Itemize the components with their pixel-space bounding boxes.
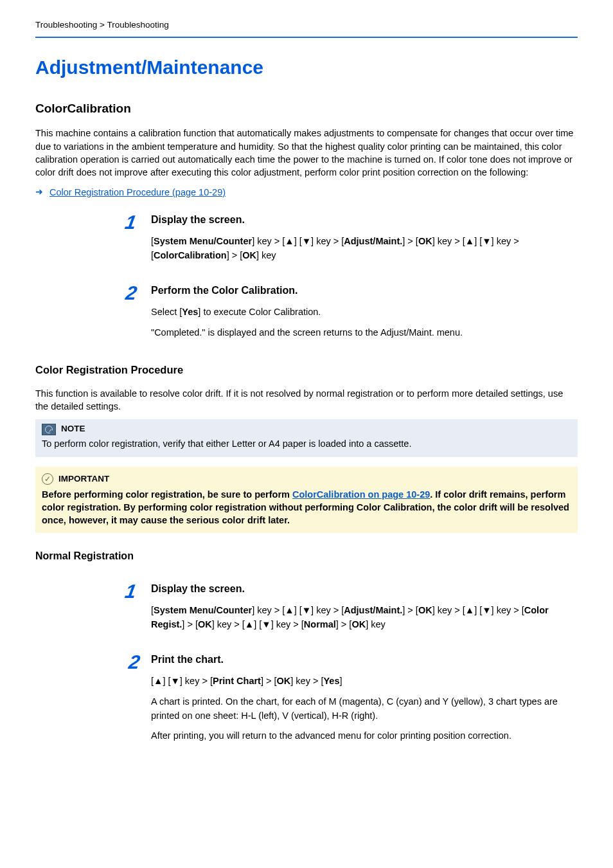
note-box: NOTE To perform color registration, veri… [35,419,578,457]
step-title: Print the chart. [151,653,578,667]
step-number: 2 [116,284,143,347]
check-circle-icon: ✓ [42,473,53,485]
step-1: 1 Display the screen. [System Menu/Count… [122,213,578,269]
note-icon [42,424,56,435]
color-registration-link[interactable]: Color Registration Procedure (page 10-29… [49,186,226,199]
normal-registration-heading: Normal Registration [35,549,578,563]
step-body: "Completed." is displayed and the screen… [151,326,578,340]
subsection-heading-color-registration: Color Registration Procedure [35,363,578,377]
step-number: 2 [114,653,147,750]
step-2: 2 Perform the Color Calibration. Select … [122,284,578,347]
important-box: ✓ IMPORTANT Before performing color regi… [35,467,578,534]
step-body: A chart is printed. On the chart, for ea… [151,695,578,723]
step-1-normal: 1 Display the screen. [System Menu/Count… [122,582,578,638]
link-row: ➜ Color Registration Procedure (page 10-… [35,186,578,199]
page-title: Adjustment/Maintenance [35,54,578,81]
important-label: IMPORTANT [58,473,109,485]
step-2-normal: 2 Print the chart. [▲] [▼] key > [Print … [122,653,578,750]
note-label: NOTE [61,423,85,435]
color-registration-body: This function is available to resolve co… [35,387,578,413]
step-body: After printing, you will return to the a… [151,729,578,743]
section-heading-colorcalibration: ColorCalibration [35,100,578,118]
step-body: [System Menu/Counter] key > [▲] [▼] key … [151,235,578,263]
arrow-right-icon: ➜ [35,186,43,199]
step-body: Select [Yes] to execute Color Calibratio… [151,305,578,320]
colorcalibration-body: This machine contains a calibration func… [35,127,578,179]
important-body: Before performing color registration, be… [42,488,571,527]
step-title: Display the screen. [151,582,578,596]
step-number: 1 [117,213,143,269]
step-title: Display the screen. [151,213,578,227]
step-body: [System Menu/Counter] key > [▲] [▼] key … [151,604,578,632]
step-body: [▲] [▼] key > [Print Chart] > [OK] key >… [151,674,578,689]
note-body: To perform color registration, verify th… [42,437,571,450]
step-number: 1 [117,582,143,638]
colorcalibration-link[interactable]: ColorCalibration on page 10-29 [292,489,430,500]
breadcrumb: Troubleshooting > Troubleshooting [35,19,578,38]
step-title: Perform the Color Calibration. [151,284,578,298]
